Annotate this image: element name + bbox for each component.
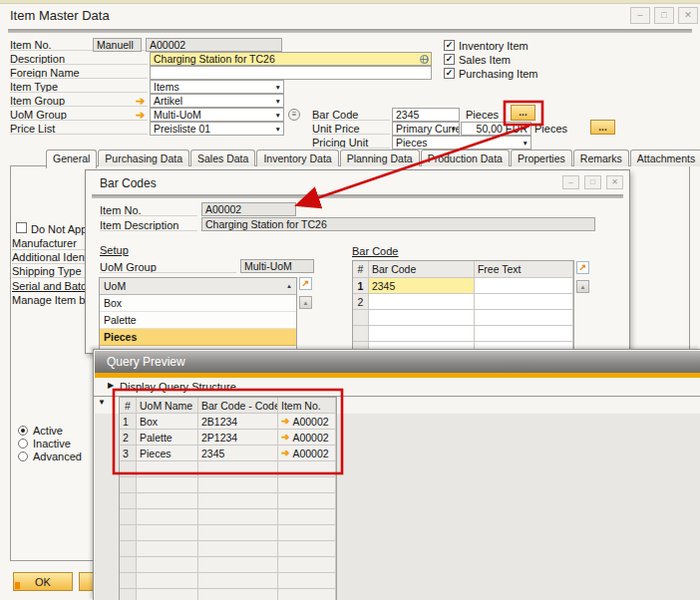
uom-list-link-icon[interactable]: ↗ bbox=[299, 277, 312, 290]
column-header[interactable]: # bbox=[353, 261, 369, 278]
item-group-select[interactable]: Artikel▼ bbox=[150, 94, 284, 108]
uom-name-cell[interactable]: Palette bbox=[137, 430, 198, 446]
free-text-cell[interactable] bbox=[475, 278, 573, 294]
column-header[interactable]: Bar Code bbox=[369, 261, 475, 278]
dialog-item-no-field[interactable]: A00002 bbox=[201, 202, 296, 216]
table-cell-empty bbox=[137, 525, 198, 541]
dialog-close-button[interactable]: ✕ bbox=[606, 175, 623, 189]
price-list-value: Preisliste 01 bbox=[154, 123, 210, 135]
bar-code-cell[interactable]: 2345 bbox=[369, 278, 475, 294]
minimize-button[interactable]: – bbox=[630, 7, 650, 24]
table-cell-empty bbox=[278, 573, 336, 589]
radio-active[interactable] bbox=[18, 426, 28, 436]
item-no-mode-field[interactable]: Manuell bbox=[93, 38, 142, 52]
column-header[interactable]: Item No. bbox=[278, 398, 336, 414]
uom-list-item-pieces-selected[interactable]: Pieces bbox=[100, 329, 296, 346]
tab-planning-data[interactable]: Planning Data bbox=[340, 150, 420, 166]
radio-inactive[interactable] bbox=[18, 439, 28, 449]
uom-list: UoM▲ Box Palette Pieces bbox=[99, 277, 297, 353]
collapsed-arrow-icon[interactable]: ▶ bbox=[108, 382, 114, 390]
link-arrow-icon[interactable]: ➔ bbox=[281, 417, 289, 427]
display-query-structure-toggle[interactable]: Display Query Structure bbox=[120, 381, 236, 394]
expanded-arrow-icon[interactable]: ▼ bbox=[98, 399, 106, 407]
uom-list-item-box[interactable]: Box bbox=[100, 295, 296, 312]
uom-list-header[interactable]: UoM▲ bbox=[100, 278, 296, 295]
table-cell-empty bbox=[137, 557, 198, 573]
bar-code-table-scroll-up[interactable]: ▲ bbox=[576, 280, 589, 293]
purchasing-item-checkbox[interactable]: ✓ bbox=[444, 68, 455, 79]
globe-icon[interactable] bbox=[420, 55, 429, 64]
inventory-item-checkbox[interactable]: ✓ bbox=[444, 40, 455, 51]
column-header[interactable]: Bar Code - Code bbox=[198, 398, 278, 414]
pricing-unit-select[interactable]: Pieces▼ bbox=[392, 136, 531, 150]
uom-name-cell[interactable]: Pieces bbox=[137, 446, 198, 461]
link-arrow-icon[interactable]: ➔ bbox=[136, 110, 145, 121]
bar-code-table-link-icon[interactable]: ↗ bbox=[576, 261, 589, 274]
field-line bbox=[12, 277, 85, 278]
uom-list-scroll-up[interactable]: ▲ bbox=[299, 296, 312, 309]
dialog-title-divider bbox=[92, 194, 623, 198]
value-help-icon[interactable]: ≡ bbox=[288, 109, 300, 121]
table-cell-empty bbox=[137, 573, 198, 589]
sales-item-checkbox[interactable]: ✓ bbox=[444, 54, 455, 65]
bar-code-more-button[interactable]: ... bbox=[511, 105, 535, 121]
radio-advanced[interactable] bbox=[18, 451, 28, 461]
link-arrow-icon[interactable]: ➔ bbox=[281, 449, 289, 458]
bar-code-table-header: # Bar Code Free Text bbox=[353, 261, 573, 278]
bar-code-cell[interactable]: 2P1234 bbox=[198, 430, 278, 446]
table-cell-empty bbox=[369, 310, 475, 326]
do-not-apply-checkbox[interactable] bbox=[16, 222, 27, 233]
field-line bbox=[100, 272, 236, 273]
item-no-cell[interactable]: ➔A00002 bbox=[278, 446, 336, 461]
tab-inventory-data[interactable]: Inventory Data bbox=[256, 150, 338, 166]
column-header[interactable]: UoM Name bbox=[137, 398, 198, 414]
dialog-maximize-button[interactable]: □ bbox=[584, 175, 601, 189]
tab-remarks[interactable]: Remarks bbox=[573, 150, 629, 166]
uom-group-select[interactable]: Multi-UoM▼ bbox=[150, 108, 284, 122]
tab-sales-data[interactable]: Sales Data bbox=[190, 150, 255, 166]
price-list-select[interactable]: Preisliste 01▼ bbox=[150, 122, 284, 136]
item-no-cell[interactable]: ➔A00002 bbox=[278, 430, 336, 446]
currency-mode-select[interactable]: Primary Curre▼ bbox=[392, 122, 460, 136]
link-arrow-icon[interactable]: ➔ bbox=[136, 96, 145, 107]
tab-general[interactable]: General bbox=[46, 150, 97, 168]
title-divider bbox=[8, 29, 692, 33]
item-no-field[interactable]: A00002 bbox=[146, 38, 282, 52]
description-field[interactable]: Charging Station for TC26 bbox=[150, 52, 432, 66]
unit-price-more-button[interactable]: ... bbox=[590, 120, 615, 135]
dialog-uom-group-field[interactable]: Multi-UoM bbox=[240, 259, 314, 273]
column-header[interactable]: Free Text bbox=[475, 261, 573, 278]
foreign-name-field[interactable] bbox=[150, 66, 432, 80]
bar-code-cell[interactable]: 2B1234 bbox=[198, 414, 278, 430]
maximize-button[interactable]: □ bbox=[654, 7, 674, 24]
column-header[interactable]: # bbox=[120, 398, 137, 414]
bar-code-cell[interactable] bbox=[369, 294, 475, 310]
serial-and-batch-link[interactable]: Serial and Batch bbox=[12, 280, 85, 293]
tab-attachments[interactable]: Attachments bbox=[630, 150, 700, 166]
field-line bbox=[312, 148, 390, 149]
table-cell-empty bbox=[353, 310, 369, 326]
accent-bar bbox=[95, 373, 700, 378]
bar-code-field[interactable]: 2345 bbox=[392, 108, 460, 122]
uom-name-cell[interactable]: Box bbox=[137, 414, 198, 430]
table-cell-empty bbox=[198, 525, 278, 541]
link-arrow-icon[interactable]: ➔ bbox=[281, 433, 289, 443]
bar-code-cell[interactable]: 2345 bbox=[198, 446, 278, 461]
query-preview-panel: Query Preview ▶ Display Query Structure … bbox=[93, 349, 700, 600]
item-type-select[interactable]: Items▼ bbox=[150, 80, 284, 94]
close-button[interactable]: ✕ bbox=[678, 7, 698, 24]
table-cell-empty bbox=[198, 589, 278, 600]
tab-production-data[interactable]: Production Data bbox=[421, 150, 510, 166]
field-line bbox=[10, 134, 148, 135]
dialog-minimize-button[interactable]: – bbox=[562, 175, 579, 189]
unit-price-field[interactable]: 50,00EUR bbox=[461, 122, 531, 136]
uom-list-item-palette[interactable]: Palette bbox=[100, 312, 296, 329]
minimize-icon: – bbox=[568, 178, 572, 186]
tab-properties[interactable]: Properties bbox=[511, 150, 572, 166]
dialog-item-description-field[interactable]: Charging Station for TC26 bbox=[201, 217, 595, 231]
item-no-cell[interactable]: ➔A00002 bbox=[278, 414, 336, 430]
free-text-cell[interactable] bbox=[475, 294, 573, 310]
table-cell-empty bbox=[120, 573, 137, 589]
tab-purchasing-data[interactable]: Purchasing Data bbox=[98, 150, 189, 166]
ok-button[interactable]: OK bbox=[13, 572, 73, 591]
